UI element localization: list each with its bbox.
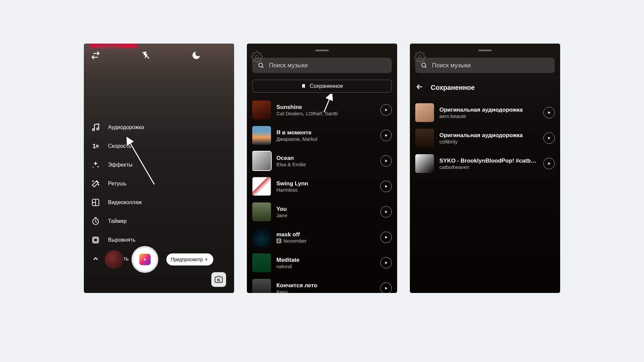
track-row[interactable]: Я в моменте Джарахов, Markul (252, 123, 392, 148)
side-item-audio[interactable]: Аудиодорожка (91, 122, 144, 132)
track-title: Я в моменте (276, 129, 375, 136)
track-info: Оригинальная аудиодорожка aem.beaute (439, 107, 538, 119)
play-button[interactable] (380, 130, 392, 141)
track-artist: E November (276, 238, 375, 244)
shutter-button[interactable] (131, 246, 158, 273)
track-artist: Harmless (276, 187, 375, 193)
side-menu: Аудиодорожка 1× Скорость Эффекты Ретушь (91, 122, 144, 264)
track-row[interactable]: Meditate natural (252, 250, 392, 276)
camera-topbar (84, 50, 234, 60)
track-artist: aem.beaute (439, 113, 538, 119)
screen-camera: agicBook Аудиодорожка 1× Скорость (84, 44, 234, 293)
reels-icon (139, 254, 151, 265)
play-button[interactable] (543, 132, 555, 144)
track-cover (415, 103, 434, 122)
track-info: Я в моменте Джарахов, Markul (276, 129, 375, 142)
search-input[interactable] (432, 62, 549, 69)
screen-saved-music: Сохраненное Оригинальная аудиодорожка ae… (410, 44, 560, 293)
track-row[interactable]: SYKO - BrooklynBloodPop! #catboiheaven c… (415, 151, 555, 176)
wand-icon (91, 179, 101, 189)
music-list[interactable]: Sunshine Cat Dealers, LOthief, Santti Я … (252, 97, 392, 293)
track-cover (252, 202, 271, 221)
saved-label: Сохраненное (310, 83, 343, 89)
side-item-timer[interactable]: Таймер (91, 216, 144, 226)
track-title: SYKO - BrooklynBloodPop! #catboiheaven (439, 158, 538, 164)
preview-button[interactable]: Предпросмотр (166, 253, 214, 265)
side-item-retouch[interactable]: Ретушь (91, 179, 144, 189)
drag-handle[interactable] (478, 50, 492, 51)
svg-point-1 (93, 129, 95, 131)
play-button[interactable] (380, 104, 392, 116)
search-bar[interactable] (252, 58, 392, 73)
side-item-align[interactable]: Выровнять (91, 235, 144, 245)
track-title: Оригинальная аудиодорожка (439, 132, 538, 139)
track-artist: collibrity (439, 139, 538, 144)
side-label: Ретушь (108, 181, 126, 187)
night-mode-icon[interactable] (191, 50, 201, 60)
saved-button[interactable]: Сохраненное (252, 80, 392, 93)
track-row[interactable]: Кончится лето Кино (252, 276, 392, 293)
svg-rect-8 (94, 238, 98, 242)
side-label: Аудиодорожка (108, 124, 144, 130)
track-info: You Jane (276, 206, 375, 218)
track-row[interactable]: Swing Lynn Harmless (252, 174, 392, 199)
track-info: mask off E November (276, 231, 375, 244)
play-button[interactable] (380, 232, 392, 243)
track-cover (252, 253, 271, 272)
sparkle-icon (91, 160, 101, 170)
track-info: Оригинальная аудиодорожка collibrity (439, 132, 538, 144)
track-artist: Джарахов, Markul (276, 136, 375, 142)
track-artist: catboiheaven (439, 164, 538, 170)
track-artist: natural (276, 263, 375, 269)
gallery-thumbnail[interactable] (105, 250, 123, 269)
music-list[interactable]: Оригинальная аудиодорожка aem.beaute Ори… (415, 100, 555, 293)
explicit-badge: E (276, 238, 281, 243)
search-icon (258, 62, 264, 69)
side-item-speed[interactable]: 1× Скорость (91, 141, 144, 151)
play-button[interactable] (380, 257, 392, 268)
track-row[interactable]: You Jane (252, 199, 392, 225)
timer-icon (91, 216, 101, 226)
screen-music-search: Сохраненное Sunshine Cat Dealers, LOthie… (247, 44, 397, 293)
speed-value: 1× (91, 141, 101, 151)
track-title: Оригинальная аудиодорожка (439, 107, 538, 113)
search-bar[interactable] (415, 58, 555, 73)
music-icon (91, 122, 101, 132)
track-title: You (276, 206, 375, 213)
side-item-effects[interactable]: Эффекты (91, 160, 144, 170)
track-row[interactable]: mask off E November (252, 225, 392, 250)
track-cover (252, 126, 271, 145)
play-button[interactable] (543, 158, 555, 169)
back-button[interactable] (415, 82, 424, 93)
play-button[interactable] (380, 155, 392, 167)
track-cover (415, 154, 434, 173)
brand-text: agicBook (97, 44, 121, 50)
drag-handle[interactable] (315, 50, 329, 51)
track-title: Ocean (276, 155, 375, 162)
play-button[interactable] (380, 206, 392, 218)
play-button[interactable] (380, 181, 392, 192)
track-title: Кончится лето (276, 282, 375, 289)
svg-point-4 (98, 184, 99, 185)
swap-arrows-icon[interactable] (91, 50, 101, 60)
side-item-collage[interactable]: Видеоколлаж (91, 197, 144, 207)
preview-label: Предпросмотр (171, 257, 203, 262)
side-label: Видеоколлаж (108, 199, 142, 205)
track-title: Swing Lynn (276, 180, 375, 187)
align-icon (91, 235, 101, 245)
search-input[interactable] (269, 62, 386, 69)
flip-camera-button[interactable] (211, 272, 226, 287)
track-info: Meditate natural (276, 257, 375, 269)
play-button[interactable] (543, 107, 555, 118)
track-artist: Jane (276, 213, 375, 218)
track-info: Sunshine Cat Dealers, LOthief, Santti (276, 104, 375, 116)
track-row[interactable]: Оригинальная аудиодорожка aem.beaute (415, 100, 555, 125)
play-button[interactable] (380, 283, 392, 293)
track-row[interactable]: Sunshine Cat Dealers, LOthief, Santti (252, 97, 392, 123)
track-row[interactable]: Ocean Elsa & Emilie (252, 148, 392, 174)
flash-off-icon[interactable] (141, 50, 151, 60)
track-row[interactable]: Оригинальная аудиодорожка collibrity (415, 125, 555, 151)
track-info: Ocean Elsa & Emilie (276, 155, 375, 167)
svg-point-14 (422, 63, 426, 67)
track-title: Sunshine (276, 104, 375, 111)
